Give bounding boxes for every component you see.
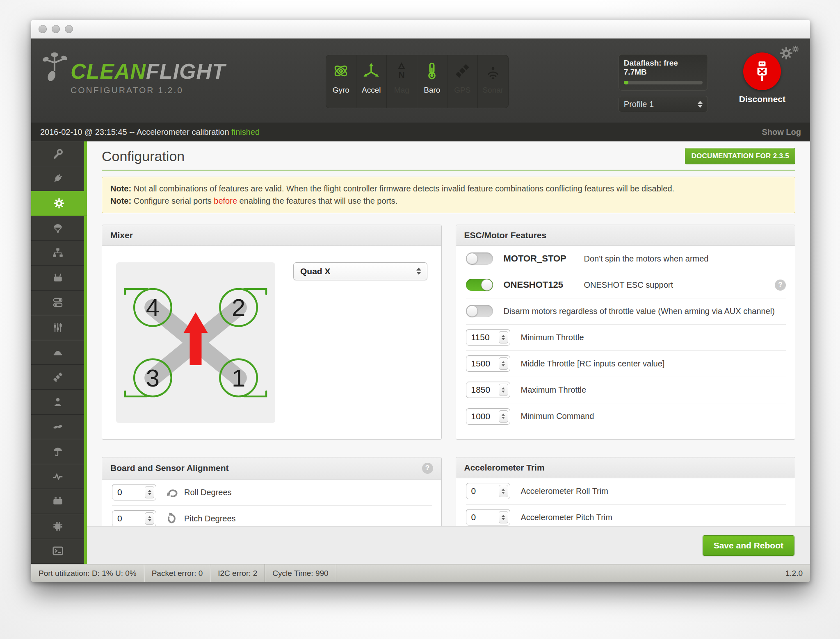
mid-throttle-row: 1500 Middle Throttle [RC inputs center v… xyxy=(466,351,786,377)
esc-panel-header: ESC/Motor Features xyxy=(456,225,795,246)
accel-roll-trim-input[interactable]: 0 xyxy=(466,483,510,499)
motor-1-number: 1 xyxy=(232,364,245,392)
magnetometer-icon xyxy=(393,62,411,80)
stepper-arrows[interactable] xyxy=(499,357,508,370)
sidebar-item-cli[interactable] xyxy=(31,539,84,564)
feature-row-oneshot125: ONESHOT125 ONESHOT ESC support ? xyxy=(466,272,786,298)
max-throttle-input[interactable]: 1850 xyxy=(466,382,510,398)
dome-icon xyxy=(52,446,64,458)
minimize-window-button[interactable] xyxy=(52,25,60,33)
sidebar-item-failsafe[interactable] xyxy=(31,216,84,241)
toggle-knob xyxy=(466,253,478,264)
stepper-arrows[interactable] xyxy=(499,384,508,396)
motor-stop-toggle[interactable] xyxy=(466,252,493,265)
stepper-arrows[interactable] xyxy=(499,331,508,343)
settings-control[interactable] xyxy=(779,46,799,61)
field-label: Middle Throttle [RC inputs center value] xyxy=(521,359,665,368)
min-throttle-row: 1150 Minimum Throttle xyxy=(466,325,786,351)
gps-satellite-icon xyxy=(453,62,471,80)
transmitter-icon xyxy=(52,272,64,284)
brand-subtitle: CONFIGURATOR 1.2.0 xyxy=(71,85,226,95)
save-and-reboot-button[interactable]: Save and Reboot xyxy=(703,535,794,556)
help-icon[interactable]: ? xyxy=(422,463,433,474)
stepper-arrows[interactable] xyxy=(145,512,154,525)
mixer-select-value: Quad X xyxy=(300,266,416,276)
sidebar-item-gps[interactable] xyxy=(31,365,84,390)
sidebar-item-sensors[interactable] xyxy=(31,439,84,464)
log-message: 2016-02-10 @ 23:15:45 -- Accelerometer c… xyxy=(40,127,260,137)
stepper-arrows[interactable] xyxy=(145,486,154,498)
note-highlight-before: before xyxy=(214,196,237,205)
sensor-gyro: Gyro xyxy=(326,55,356,108)
terminal-icon xyxy=(52,545,64,557)
roll-degrees-input[interactable]: 0 xyxy=(112,484,156,500)
app-version: 1.2.0 xyxy=(785,564,810,582)
sidebar-item-servos[interactable] xyxy=(31,340,84,365)
sensor-gps: GPS xyxy=(447,55,478,108)
sidebar-item-setup[interactable] xyxy=(31,141,84,166)
close-window-button[interactable] xyxy=(39,25,47,33)
sidebar-item-logging[interactable] xyxy=(31,464,84,489)
show-log-button[interactable]: Show Log xyxy=(762,127,801,137)
log-bar: 2016-02-10 @ 23:15:45 -- Accelerometer c… xyxy=(31,123,810,141)
disconnect-label: Disconnect xyxy=(739,94,785,104)
sidebar-item-motors[interactable] xyxy=(31,390,84,415)
documentation-button[interactable]: DOCUMENTATION FOR 2.3.5 xyxy=(685,148,795,164)
satellite-icon xyxy=(52,371,64,383)
brand-name: CLEANFLIGHT xyxy=(71,61,226,82)
parachute-icon xyxy=(52,222,64,234)
feature-row-motor-stop: MOTOR_STOP Don't spin the motors when ar… xyxy=(466,246,786,272)
feature-description: ONESHOT ESC support xyxy=(584,279,775,291)
disarm-motors-toggle[interactable] xyxy=(466,305,493,317)
feature-description: Disarm motors regardless of throttle val… xyxy=(504,301,786,321)
field-label: Pitch Degrees xyxy=(184,514,236,523)
sidebar-item-firmware[interactable] xyxy=(31,514,84,539)
recorder-icon xyxy=(52,495,64,507)
app-logo: CLEANFLIGHT CONFIGURATOR 1.2.0 xyxy=(42,50,226,95)
sidebar-item-led-strip[interactable] xyxy=(31,415,84,440)
maximize-window-button[interactable] xyxy=(65,25,73,33)
sidebar-item-modes[interactable] xyxy=(31,291,84,316)
profile-select[interactable]: Profile 1 xyxy=(619,96,708,112)
min-command-input[interactable]: 1000 xyxy=(466,408,510,425)
mixer-type-select[interactable]: Quad X xyxy=(293,262,427,280)
help-icon[interactable]: ? xyxy=(775,280,786,291)
accel-pitch-trim-input[interactable]: 0 xyxy=(466,509,510,525)
sonar-icon xyxy=(484,62,502,80)
stepper-arrows[interactable] xyxy=(499,410,508,423)
page-title: Configuration xyxy=(102,148,185,164)
log-status-finished: finished xyxy=(231,127,260,136)
min-throttle-input[interactable]: 1150 xyxy=(466,329,510,346)
roll-degrees-row: 0 Roll Degrees xyxy=(112,480,432,506)
disconnect-button[interactable] xyxy=(743,52,781,90)
max-throttle-row: 1850 Maximum Throttle xyxy=(466,377,786,403)
sliders-icon xyxy=(52,321,64,334)
field-label: Minimum Command xyxy=(521,412,594,421)
sidebar-item-adjustments[interactable] xyxy=(31,315,84,340)
mid-throttle-input[interactable]: 1500 xyxy=(466,355,510,372)
gyro-icon xyxy=(332,62,350,80)
status-bar: Port utilization: D: 1% U: 0% Packet err… xyxy=(31,564,810,582)
motor-3-number: 3 xyxy=(146,364,160,392)
accelerometer-icon xyxy=(362,62,380,80)
anemometer-logo-icon xyxy=(42,50,69,84)
oneshot125-toggle[interactable] xyxy=(466,279,493,291)
pitch-degrees-input[interactable]: 0 xyxy=(112,510,156,526)
sidebar-item-pid-tuning[interactable] xyxy=(31,241,84,266)
barometer-icon xyxy=(423,62,441,80)
title-divider xyxy=(102,170,795,171)
feature-description: Don't spin the motors when armed xyxy=(584,253,786,265)
sidebar-item-receiver[interactable] xyxy=(31,266,84,291)
wrench-icon xyxy=(52,148,64,160)
quad-x-diagram: 4 2 3 1 xyxy=(116,262,275,423)
sidebar-item-ports[interactable] xyxy=(31,166,84,191)
sidebar-item-blackbox[interactable] xyxy=(31,489,84,514)
board-alignment-panel: Board and Sensor Alignment ? 0 Roll Degr… xyxy=(102,457,442,526)
servo-dome-icon xyxy=(52,346,64,359)
stepper-arrows[interactable] xyxy=(499,485,508,497)
plug-icon xyxy=(52,172,64,184)
sidebar-item-configuration[interactable] xyxy=(31,191,87,216)
person-icon xyxy=(52,396,64,408)
stepper-arrows[interactable] xyxy=(499,511,508,523)
sidebar-nav xyxy=(31,141,87,564)
